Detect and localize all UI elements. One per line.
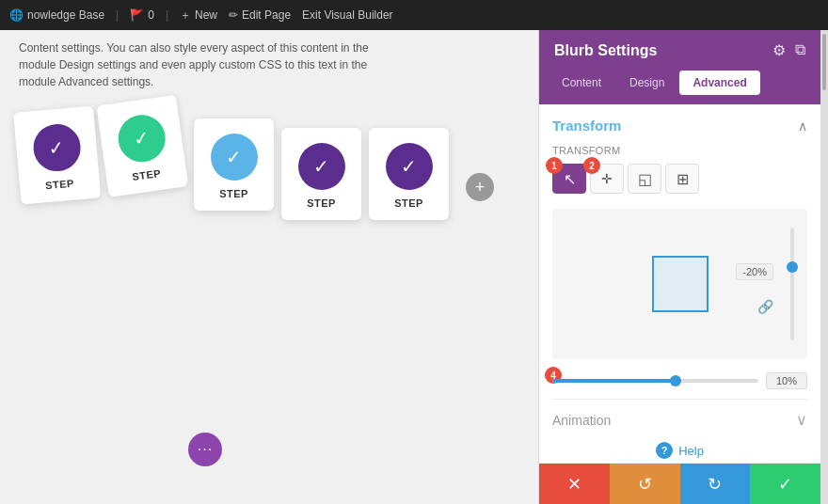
transform-scale-button[interactable]: 2 ✛ [590,164,624,194]
step-circle-1: ✓ [31,122,82,173]
badge-2: 2 [583,157,600,174]
more-options-button[interactable]: ··· [188,433,222,466]
vertical-value-bubble: -20% [736,263,773,280]
settings-icon[interactable]: ⚙ [772,41,786,59]
animation-section[interactable]: Animation ∨ [552,399,807,429]
help-icon: ? [656,442,673,459]
pencil-icon: ✏ [229,8,238,22]
badge-1: 1 [546,157,563,174]
step-label-5: STEP [394,197,423,209]
panel-title: Blurb Settings [554,42,657,59]
reset-button[interactable]: ↺ [610,464,680,504]
help-label: Help [678,444,704,458]
tab-design[interactable]: Design [616,71,677,95]
transform-field-label: Transform [552,145,807,156]
horizontal-slider-row: 4 10% [552,372,807,389]
topbar: 🌐 nowledge Base | 🚩 0 | ＋ New ✏ Edit Pag… [0,0,828,30]
horizontal-value-box: 10% [766,372,807,389]
transform-toolbar: 1 ↖ 2 ✛ ◱ ⊞ [552,164,807,194]
edit-page-button[interactable]: ✏ Edit Page [229,8,291,22]
panel-footer: ✕ ↺ ↻ ✓ [539,463,820,504]
step-circle-2: ✓ [115,112,167,165]
steps-container: ✓ STEP ✓ STEP ✓ STEP ✓ [19,118,519,229]
panel-body: Transform ∧ Transform 1 ↖ 2 ✛ ◱ ⊞ [539,104,820,463]
step-label-3: STEP [219,188,248,199]
vertical-slider-thumb[interactable] [787,261,798,273]
notifications[interactable]: 🚩 0 [130,8,154,22]
vertical-slider-area [777,209,807,359]
site-name[interactable]: 🌐 nowledge Base [9,8,104,22]
scroll-indicator [820,30,828,504]
globe-icon: 🌐 [9,8,24,22]
add-step-button[interactable]: + [466,173,494,201]
horizontal-slider-thumb[interactable] [670,375,681,386]
expand-icon[interactable]: ⧉ [795,41,805,59]
transform-rotate-button[interactable]: ⊞ [665,164,699,194]
plus-icon: ＋ [180,8,191,24]
step-card-3[interactable]: ✓ STEP [194,118,274,211]
horizontal-slider-fill [552,379,676,383]
save-button[interactable]: ✓ [750,464,820,504]
step-circle-4: ✓ [298,143,345,190]
tab-content[interactable]: Content [549,71,614,95]
new-button[interactable]: ＋ New [180,8,217,24]
left-content: Content settings. You can also style eve… [0,30,538,504]
panel-header-icons: ⚙ ⧉ [772,41,805,59]
step-circle-5: ✓ [386,143,433,190]
step-card-2[interactable]: ✓ STEP [96,95,188,197]
link-icon[interactable]: 🔗 [757,299,773,314]
scroll-thumb [822,34,826,90]
transform-section-header: Transform ∧ [552,118,807,134]
horizontal-slider-track [552,379,758,383]
cancel-button[interactable]: ✕ [539,464,610,504]
panel-tabs: Content Design Advanced [539,71,820,104]
settings-panel: Blurb Settings ⚙ ⧉ Content Design Advanc… [538,30,820,504]
transform-toggle[interactable]: ∧ [798,118,807,134]
step-circle-3: ✓ [211,134,258,181]
transform-box [652,256,709,312]
step-card-5[interactable]: ✓ STEP [369,128,449,220]
transform-move-button[interactable]: 1 ↖ [552,164,586,194]
step-label-1: STEP [45,178,75,192]
animation-toggle-icon: ∨ [796,411,807,429]
transform-section-title: Transform [552,118,621,134]
transform-visual: -20% 🔗 [552,209,807,359]
main-area: Content settings. You can also style eve… [0,30,828,504]
redo-button[interactable]: ↻ [680,464,751,504]
vertical-slider-track [790,228,794,340]
flag-icon: 🚩 [130,8,144,22]
scale-icon: ✛ [601,171,613,186]
step-card-4[interactable]: ✓ STEP [281,128,361,220]
move-icon: ↖ [564,170,576,188]
rotate-icon: ⊞ [677,170,689,188]
animation-section-title: Animation [552,413,611,428]
exit-builder-button[interactable]: Exit Visual Builder [302,8,393,22]
help-row[interactable]: ? Help [552,429,807,463]
content-text: Content settings. You can also style eve… [19,39,376,90]
tab-advanced[interactable]: Advanced [679,71,759,95]
step-label-4: STEP [307,197,336,209]
transform-skew-button[interactable]: ◱ [628,164,661,194]
panel-header: Blurb Settings ⚙ ⧉ [539,30,820,71]
step-card-1[interactable]: ✓ STEP [13,106,101,205]
step-label-2: STEP [132,167,162,182]
skew-icon: ◱ [638,170,652,188]
